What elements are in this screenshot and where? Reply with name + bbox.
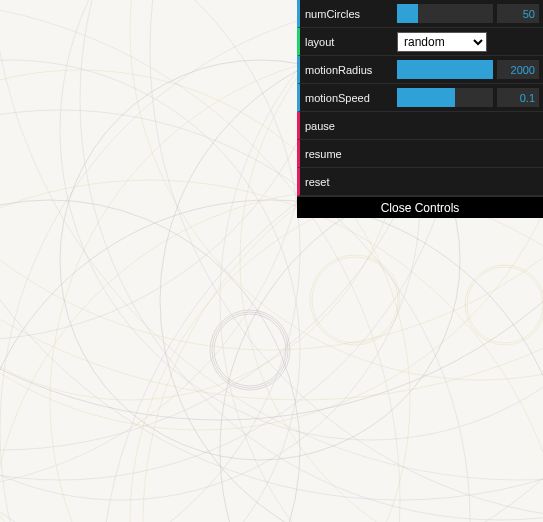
input-numCircles[interactable] [497, 4, 539, 23]
input-motionSpeed[interactable] [497, 88, 539, 107]
row-numCircles: numCircles [297, 0, 543, 28]
slider-fill [397, 4, 418, 23]
slider-motionRadius[interactable] [397, 60, 493, 79]
svg-point-14 [0, 200, 300, 522]
label-reset: reset [305, 176, 397, 188]
svg-point-22 [0, 200, 543, 522]
select-layout[interactable]: random [397, 32, 487, 52]
row-layout: layout random [297, 28, 543, 56]
button-reset[interactable]: reset [297, 168, 543, 196]
label-layout: layout [305, 36, 397, 48]
row-motionRadius: motionRadius [297, 56, 543, 84]
svg-point-39 [0, 60, 300, 522]
svg-point-5 [310, 255, 400, 345]
svg-point-40 [130, 180, 543, 522]
svg-point-26 [0, 180, 543, 522]
label-pause: pause [305, 120, 397, 132]
slider-fill [397, 60, 493, 79]
controls-panel: numCircles layout random motionRadius mo… [297, 0, 543, 218]
slider-fill [397, 88, 455, 107]
svg-point-45 [0, 0, 340, 340]
svg-point-31 [0, 190, 543, 522]
label-numCircles: numCircles [305, 8, 397, 20]
svg-point-29 [220, 170, 543, 522]
input-motionRadius[interactable] [497, 60, 539, 79]
button-pause[interactable]: pause [297, 112, 543, 140]
close-controls-button[interactable]: Close Controls [297, 196, 543, 218]
svg-point-32 [0, 0, 310, 490]
slider-motionSpeed[interactable] [397, 88, 493, 107]
svg-point-24 [0, 0, 300, 522]
label-motionRadius: motionRadius [305, 64, 397, 76]
svg-point-8 [467, 267, 543, 343]
svg-point-7 [465, 265, 543, 345]
row-motionSpeed: motionSpeed [297, 84, 543, 112]
label-motionSpeed: motionSpeed [305, 92, 397, 104]
button-resume[interactable]: resume [297, 140, 543, 168]
label-resume: resume [305, 148, 397, 160]
slider-numCircles[interactable] [397, 4, 493, 23]
